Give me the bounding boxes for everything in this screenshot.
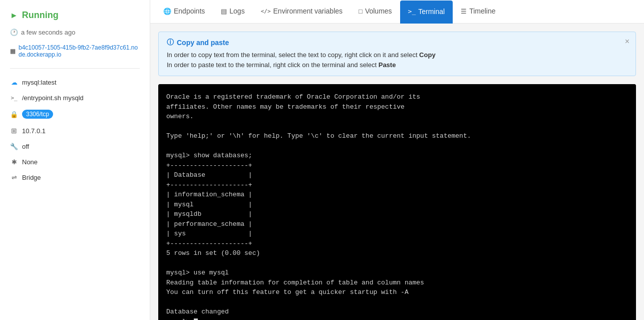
link-row: ▦ b4c10057-1505-415b-9fb2-7ae8f9d37c61.n… bbox=[10, 44, 140, 58]
banner-line1: In order to copy text from the terminal,… bbox=[167, 50, 627, 60]
cmd-icon: >_ bbox=[10, 95, 18, 101]
tab-environment-label: Environment variables bbox=[273, 7, 343, 15]
time-row: 🕐 a few seconds ago bbox=[10, 29, 140, 36]
tab-terminal[interactable]: >_ Terminal bbox=[400, 1, 453, 24]
volumes-icon: □ bbox=[359, 8, 363, 15]
bridge-row: ⇌ Bridge bbox=[10, 174, 140, 181]
bridge-icon: ⇌ bbox=[10, 174, 18, 181]
tab-content: ⓘ Copy and paste In order to copy text f… bbox=[150, 24, 644, 320]
tab-endpoints[interactable]: 🌐 Endpoints bbox=[155, 0, 213, 23]
ip-value: 10.7.0.1 bbox=[22, 127, 46, 135]
container-link[interactable]: b4c10057-1505-415b-9fb2-7ae8f9d37c61.nod… bbox=[19, 44, 140, 58]
terminal-icon: >_ bbox=[408, 8, 416, 15]
play-icon: ► bbox=[10, 11, 18, 20]
copy-paste-banner: ⓘ Copy and paste In order to copy text f… bbox=[158, 32, 636, 76]
env-value: off bbox=[22, 143, 29, 150]
tab-bar: 🌐 Endpoints ▤ Logs </> Environment varia… bbox=[150, 0, 644, 24]
plugin-value: None bbox=[22, 158, 38, 166]
entrypoint-value: /entrypoint.sh mysqld bbox=[22, 94, 84, 102]
wrench-icon: 🔧 bbox=[10, 143, 18, 150]
entrypoint-row: >_ /entrypoint.sh mysqld bbox=[10, 94, 140, 102]
status-title: Running bbox=[22, 10, 59, 21]
tab-logs[interactable]: ▤ Logs bbox=[213, 0, 252, 23]
main-content: 🌐 Endpoints ▤ Logs </> Environment varia… bbox=[150, 0, 644, 320]
network-icon: ⊞ bbox=[10, 127, 18, 135]
image-row: ☁ mysql:latest bbox=[10, 79, 140, 86]
time-label: a few seconds ago bbox=[21, 29, 75, 36]
plugin-icon: ✱ bbox=[10, 158, 18, 166]
tab-logs-label: Logs bbox=[229, 7, 244, 15]
cloud-icon: ☁ bbox=[10, 79, 18, 86]
ip-row: ⊞ 10.7.0.1 bbox=[10, 127, 140, 135]
clock-icon: 🕐 bbox=[10, 29, 18, 36]
globe-icon: 🌐 bbox=[163, 8, 171, 15]
divider bbox=[10, 68, 140, 69]
tab-environment[interactable]: </> Environment variables bbox=[253, 0, 351, 23]
port-badge: 3306/tcp bbox=[22, 110, 53, 119]
tab-endpoints-label: Endpoints bbox=[174, 7, 205, 15]
terminal-container: Oracle is a registered trademark of Orac… bbox=[158, 84, 636, 320]
bridge-value: Bridge bbox=[22, 174, 41, 181]
terminal-output[interactable]: Oracle is a registered trademark of Orac… bbox=[158, 84, 636, 320]
sidebar: ► Running 🕐 a few seconds ago ▦ b4c10057… bbox=[0, 0, 150, 320]
close-banner-button[interactable]: × bbox=[625, 37, 629, 46]
tab-timeline-label: Timeline bbox=[469, 7, 495, 15]
tab-terminal-label: Terminal bbox=[418, 8, 445, 16]
tab-timeline[interactable]: ☰ Timeline bbox=[453, 0, 503, 23]
server-icon: ▦ bbox=[10, 48, 16, 55]
image-value: mysql:latest bbox=[22, 79, 57, 86]
banner-line2: In order to paste text to the terminal, … bbox=[167, 60, 627, 70]
env-icon: </> bbox=[261, 8, 271, 15]
plugin-row: ✱ None bbox=[10, 158, 140, 166]
env-row: 🔧 off bbox=[10, 143, 140, 150]
port-row: 🔒 3306/tcp bbox=[10, 110, 140, 119]
status-row: ► Running bbox=[10, 10, 140, 21]
tab-volumes-label: Volumes bbox=[365, 7, 392, 15]
timeline-icon: ☰ bbox=[461, 8, 467, 15]
terminal-cursor bbox=[194, 318, 198, 321]
banner-title: ⓘ Copy and paste bbox=[167, 38, 627, 47]
logs-icon: ▤ bbox=[221, 8, 227, 15]
tab-volumes[interactable]: □ Volumes bbox=[351, 0, 400, 23]
info-icon: ⓘ bbox=[167, 38, 174, 47]
lock-icon: 🔒 bbox=[10, 111, 18, 118]
